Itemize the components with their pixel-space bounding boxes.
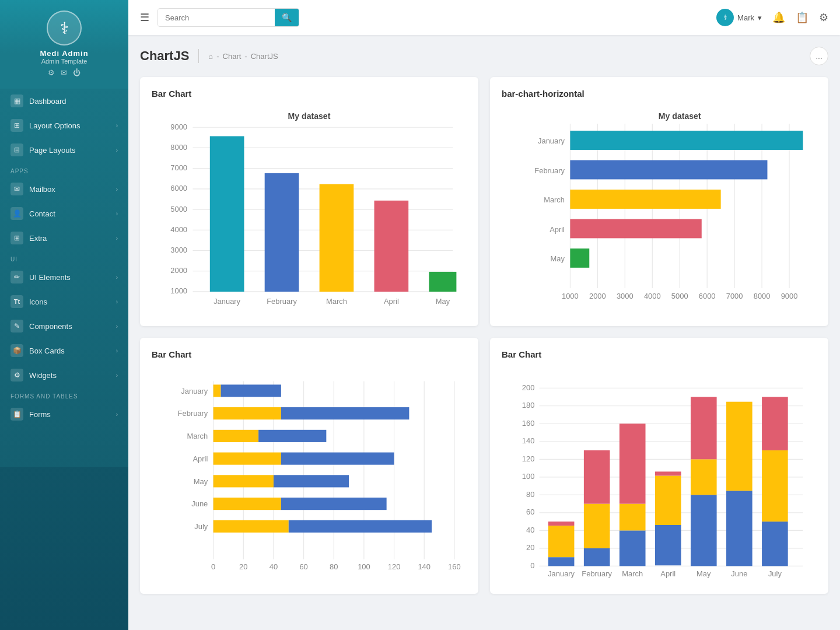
svg-text:180: 180: [522, 401, 535, 410]
chevron-right-icon: ›: [116, 274, 118, 281]
svg-text:April: April: [550, 225, 565, 234]
sidebar-label-mailbox: Mailbox: [29, 185, 55, 194]
charts-grid: Bar Chart My dataset 9000 800: [140, 77, 828, 594]
svg-text:May: May: [696, 569, 711, 578]
settings-icon[interactable]: ⚙: [48, 68, 55, 77]
chevron-right-icon: ›: [116, 299, 118, 305]
home-icon[interactable]: ⌂: [208, 52, 213, 61]
bar-chart-stacked-h-card: Bar Chart 0 20 40 6: [140, 338, 478, 594]
sv-jan-b: [548, 557, 575, 566]
chevron-right-icon: ›: [116, 211, 118, 217]
sidebar-label-layout: Layout Options: [29, 121, 80, 130]
bell-icon[interactable]: 🔔: [772, 11, 785, 24]
sidebar-item-widgets[interactable]: ⚙ Widgets ›: [0, 363, 128, 387]
svg-text:February: February: [582, 569, 612, 578]
sidebar-item-box-cards[interactable]: 📦 Box Cards ›: [0, 338, 128, 363]
svg-text:140: 140: [418, 562, 430, 571]
svg-text:120: 120: [522, 454, 535, 463]
sidebar-label-forms: Forms: [29, 410, 51, 419]
hbar-apr: [570, 219, 701, 239]
search-bar: 🔍: [158, 8, 299, 27]
svg-text:6000: 6000: [170, 184, 187, 192]
chevron-right-icon: ›: [116, 411, 118, 418]
svg-text:January: January: [548, 569, 575, 578]
sidebar-item-mailbox[interactable]: ✉ Mailbox ›: [0, 177, 128, 201]
bar-chart-sv-svg: 200 180 160 140 120 100 80 60 40 20 0: [502, 368, 817, 580]
svg-text:160: 160: [448, 562, 461, 571]
page-icon: ⊟: [10, 144, 23, 156]
sidebar-item-ui-elements[interactable]: ✏ UI Elements ›: [0, 265, 128, 289]
sh-feb-1: [214, 407, 281, 419]
breadcrumb-chartjs[interactable]: ChartJS: [251, 52, 278, 61]
page-title: ChartJS: [140, 48, 189, 64]
topbar: ☰ 🔍 ⚕ Mark ▾ 🔔 📋 ⚙: [128, 0, 840, 35]
sv-feb-r: [584, 450, 610, 504]
clipboard-icon[interactable]: 📋: [796, 11, 808, 24]
svg-text:200: 200: [522, 383, 535, 392]
ui-icon: ✏: [10, 271, 23, 284]
chevron-right-icon: ›: [116, 235, 118, 242]
svg-text:0: 0: [530, 561, 534, 570]
sidebar-item-dashboard[interactable]: ▦ Dashboard: [0, 89, 128, 113]
search-input[interactable]: [158, 9, 275, 26]
hbar-mar: [570, 190, 720, 209]
sv-feb-o: [584, 504, 610, 548]
svg-text:March: March: [187, 432, 208, 440]
contact-icon: 👤: [10, 207, 23, 220]
breadcrumb-chart[interactable]: Chart: [223, 52, 242, 61]
svg-text:April: April: [660, 569, 676, 578]
sidebar-item-components[interactable]: ✎ Components ›: [0, 314, 128, 338]
user-name: Mark: [737, 13, 754, 22]
sh-jul-1: [214, 520, 289, 533]
chevron-right-icon: ›: [116, 372, 118, 379]
sidebar-item-icons[interactable]: Tt Icons ›: [0, 289, 128, 314]
svg-text:60: 60: [299, 562, 307, 571]
sv-apr-r: [655, 472, 681, 476]
chevron-right-icon: ›: [116, 323, 118, 330]
svg-text:9000: 9000: [781, 292, 798, 300]
svg-text:June: June: [191, 499, 208, 508]
sidebar-item-page-layouts[interactable]: ⊟ Page Layouts ›: [0, 138, 128, 162]
hamburger-icon[interactable]: ☰: [140, 11, 149, 24]
sidebar-item-contact[interactable]: 👤 Contact ›: [0, 201, 128, 226]
power-icon[interactable]: ⏻: [73, 68, 80, 77]
svg-text:9000: 9000: [170, 123, 187, 131]
sidebar-item-extra[interactable]: ⊞ Extra ›: [0, 226, 128, 250]
svg-text:120: 120: [388, 562, 401, 571]
search-button[interactable]: 🔍: [275, 9, 299, 26]
dataset-label-h: My dataset: [659, 111, 701, 121]
sh-mar-2: [258, 430, 326, 442]
svg-text:June: June: [731, 569, 747, 578]
gear-icon[interactable]: ⚙: [819, 11, 828, 24]
app-title: Medi Admin: [0, 49, 128, 58]
breadcrumb: ⌂ - Chart - ChartJS: [208, 52, 278, 61]
svg-text:February: February: [267, 297, 297, 306]
svg-text:February: February: [534, 166, 565, 175]
svg-text:20: 20: [239, 562, 247, 571]
sv-may-r: [691, 397, 717, 460]
sidebar-label-extra: Extra: [29, 234, 47, 243]
section-forms: FORMS And TABLES: [0, 387, 128, 402]
chevron-right-icon: ›: [116, 147, 118, 153]
bar-chart-sh-title: Bar Chart: [152, 349, 467, 359]
svg-text:40: 40: [270, 562, 278, 571]
svg-text:100: 100: [358, 562, 370, 571]
bar-chart-h-title: bar-chart-horizontal: [502, 89, 817, 99]
breadcrumb-bar: ChartJS ⌂ - Chart - ChartJS ...: [140, 47, 828, 65]
sv-jan-o: [548, 526, 575, 557]
sh-jan-1: [214, 385, 221, 397]
mail-icon[interactable]: ✉: [61, 68, 67, 77]
bar-feb: [265, 173, 299, 292]
sidebar-item-forms[interactable]: 📋 Forms ›: [0, 402, 128, 426]
sidebar-header: ⚕ Medi Admin Admin Template ⚙ ✉ ⏻: [0, 0, 128, 89]
sidebar-label-icons: Icons: [29, 298, 47, 306]
content-area: ChartJS ⌂ - Chart - ChartJS ... Bar Char…: [128, 35, 840, 630]
more-options-button[interactable]: ...: [810, 47, 828, 65]
user-menu[interactable]: ⚕ Mark ▾: [716, 9, 762, 26]
sidebar-label-widgets: Widgets: [29, 371, 57, 380]
logo-icon: ⚕: [60, 19, 69, 38]
svg-text:6000: 6000: [699, 292, 716, 300]
sidebar: ⚕ Medi Admin Admin Template ⚙ ✉ ⏻ ▦ Dash…: [0, 0, 128, 630]
sidebar-label-dashboard: Dashboard: [29, 97, 66, 106]
sidebar-item-layout-options[interactable]: ⊞ Layout Options ›: [0, 113, 128, 138]
